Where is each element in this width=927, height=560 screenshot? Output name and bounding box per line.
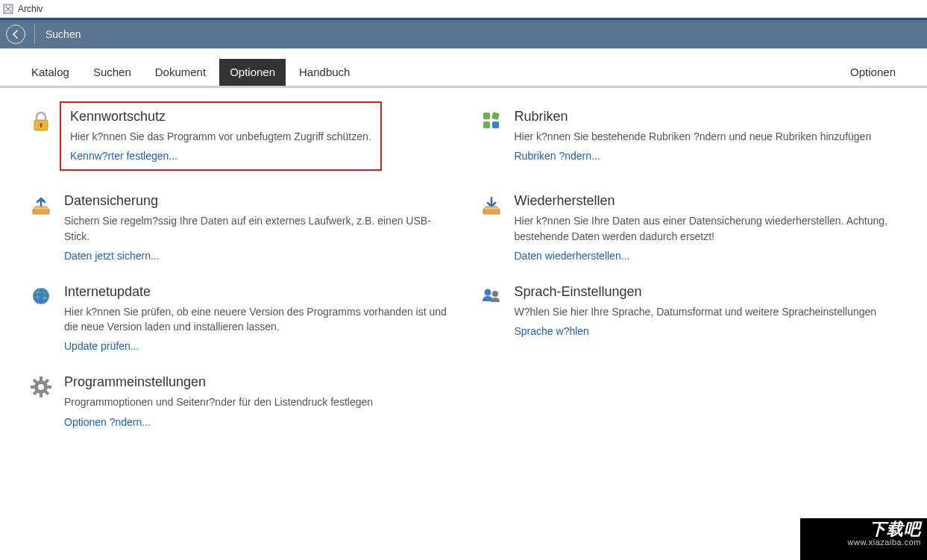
svg-rect-17 <box>47 386 51 388</box>
card-description: Hier k?nnen Sie bestehende Rubriken ?nde… <box>515 129 872 144</box>
svg-rect-6 <box>483 122 490 128</box>
lock-icon <box>28 110 54 133</box>
card-description: Hier k?nnen Sie das Programm vor unbefug… <box>70 129 371 144</box>
card-password-protection: Kennwortschutz Hier k?nnen Sie das Progr… <box>28 109 464 171</box>
back-button[interactable] <box>6 25 25 44</box>
watermark-url: www.xiazaiba.com <box>806 538 921 547</box>
tab-suchen[interactable]: Suchen <box>83 59 142 86</box>
svg-rect-5 <box>491 112 499 120</box>
card-title: Datensicherung <box>64 193 452 209</box>
card-title: Kennwortschutz <box>70 109 371 125</box>
card-language-settings: Sprach-Einstellungen W?hlen Sie hier Ihr… <box>479 284 914 353</box>
tab-dokument[interactable]: Dokument <box>145 59 216 86</box>
card-description: Hier k?nnen Sie prüfen, ob eine neuere V… <box>64 304 452 335</box>
svg-point-12 <box>492 291 498 297</box>
card-description: Programmoptionen und Seitenr?nder für de… <box>64 394 373 409</box>
card-title: Wiederherstellen <box>515 193 902 209</box>
card-title: Sprach-Einstellungen <box>515 284 877 300</box>
card-title: Programmeinstellungen <box>64 374 373 390</box>
card-categories: Rubriken Hier k?nnen Sie bestehende Rubr… <box>479 109 914 171</box>
link-edit-options[interactable]: Optionen ?ndern... <box>64 416 373 428</box>
tab-optionen[interactable]: Optionen <box>219 59 286 86</box>
window-titlebar: Archiv <box>0 0 927 18</box>
categories-icon <box>479 110 504 131</box>
tab-handbuch[interactable]: Handbuch <box>289 59 360 86</box>
svg-point-22 <box>38 384 44 390</box>
watermark: 下载吧 www.xiazaiba.com <box>800 518 927 560</box>
toolbar-search-label[interactable]: Suchen <box>45 28 81 40</box>
options-grid: Kennwortschutz Hier k?nnen Sie das Progr… <box>0 88 927 428</box>
svg-rect-7 <box>492 122 499 128</box>
card-description: W?hlen Sie hier Ihre Sprache, Datumsform… <box>515 304 877 319</box>
card-program-settings: Programmeinstellungen Programmoptionen u… <box>28 374 464 427</box>
card-title: Internetupdate <box>64 284 452 300</box>
page-heading: Optionen <box>840 59 906 86</box>
svg-rect-3 <box>40 125 42 128</box>
tabbar: Katalog Suchen Dokument Optionen Handbuc… <box>0 48 927 88</box>
users-globe-icon <box>479 286 504 308</box>
card-backup: Datensicherung Sichern Sie regelm?ssig I… <box>28 193 464 262</box>
svg-rect-16 <box>31 386 35 388</box>
card-description: Hier k?nnen Sie Ihre Daten aus einer Dat… <box>515 213 902 244</box>
svg-rect-15 <box>40 393 43 397</box>
link-set-passwords[interactable]: Kennw?rter festlegen... <box>70 150 371 162</box>
upload-icon <box>28 195 54 217</box>
toolbar: Suchen <box>0 20 927 48</box>
card-title: Rubriken <box>515 109 872 125</box>
globe-icon <box>28 286 54 306</box>
arrow-left-icon <box>10 29 21 40</box>
card-internet-update: Internetupdate Hier k?nnen Sie prüfen, o… <box>28 284 464 353</box>
link-check-update[interactable]: Update prüfen... <box>64 340 452 352</box>
toolbar-separator <box>34 25 35 44</box>
link-restore-data[interactable]: Daten wiederherstellen... <box>515 250 902 262</box>
link-backup-now[interactable]: Daten jetzt sichern... <box>64 250 452 262</box>
link-edit-categories[interactable]: Rubriken ?ndern... <box>515 150 872 162</box>
card-restore: Wiederherstellen Hier k?nnen Sie Ihre Da… <box>479 193 914 262</box>
watermark-text: 下载吧 <box>806 521 921 538</box>
download-icon <box>479 195 504 217</box>
svg-point-11 <box>484 289 491 295</box>
gear-icon <box>28 376 54 398</box>
svg-rect-4 <box>483 113 490 119</box>
window-title: Archiv <box>18 4 43 14</box>
tab-katalog[interactable]: Katalog <box>21 59 80 86</box>
app-icon <box>3 4 13 14</box>
card-description: Sichern Sie regelm?ssig Ihre Daten auf e… <box>64 213 452 244</box>
svg-rect-14 <box>40 377 43 381</box>
empty-cell <box>479 374 914 427</box>
link-choose-language[interactable]: Sprache w?hlen <box>515 325 877 337</box>
